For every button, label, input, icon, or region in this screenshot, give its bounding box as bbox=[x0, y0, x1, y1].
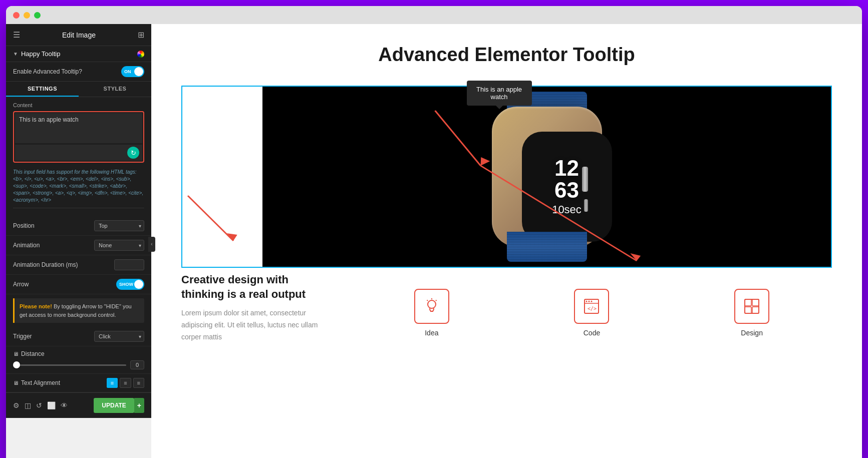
arrow-toggle-knob bbox=[134, 280, 143, 289]
eye-icon[interactable]: 👁 bbox=[61, 401, 68, 409]
icon-item-idea: Idea bbox=[414, 289, 449, 337]
hamburger-icon[interactable]: ☰ bbox=[13, 30, 20, 40]
arrow-row: Arrow SHOW bbox=[6, 275, 151, 294]
distance-row: 🖥 Distance bbox=[6, 346, 151, 374]
content-box: ↻ bbox=[13, 111, 144, 163]
minimize-button[interactable] bbox=[24, 12, 30, 19]
tab-styles[interactable]: STYLES bbox=[79, 82, 151, 97]
titlebar bbox=[6, 6, 862, 24]
demo-area: This is an apple watch bbox=[181, 86, 832, 268]
animation-field-row: Animation None Fade Slide Bounce bbox=[6, 236, 151, 255]
html-tags-note: This input field has support for the fol… bbox=[13, 167, 144, 208]
text-alignment-row: 🖥 Text Alignment ≡ ≡ ≡ bbox=[6, 374, 151, 392]
animation-duration-row: Animation Duration (ms) 1000 bbox=[6, 255, 151, 275]
text-alignment-text: Text Alignment bbox=[21, 379, 60, 386]
close-button[interactable] bbox=[13, 12, 20, 19]
animation-duration-input[interactable]: 1000 bbox=[114, 259, 144, 270]
bottom-paragraph: Lorem ipsum dolor sit amet, consectetur … bbox=[181, 307, 332, 343]
svg-text:</>: </> bbox=[588, 306, 597, 311]
enable-toggle[interactable]: ON bbox=[121, 66, 144, 77]
history-icon[interactable]: ↺ bbox=[36, 401, 42, 409]
svg-point-13 bbox=[586, 301, 588, 302]
trigger-row: Trigger Click Hover Focus bbox=[6, 327, 151, 346]
design-icon-frame bbox=[734, 289, 769, 324]
responsive-icon[interactable]: ⬜ bbox=[47, 401, 56, 409]
main-area: Advanced Elementor Tooltip This is an ap… bbox=[151, 24, 862, 458]
icons-row: Idea </> bbox=[352, 273, 832, 343]
position-select[interactable]: Top Bottom Left Right bbox=[94, 220, 144, 231]
tooltip-text: This is an apple watch bbox=[476, 86, 522, 101]
animation-select-wrapper: None Fade Slide Bounce bbox=[94, 240, 144, 251]
grid-icon[interactable]: ⊞ bbox=[138, 30, 144, 40]
animation-duration-label: Animation Duration (ms) bbox=[13, 261, 78, 268]
maximize-button[interactable] bbox=[34, 12, 41, 19]
svg-point-15 bbox=[591, 301, 593, 302]
image-left-whitespace bbox=[182, 87, 262, 267]
code-icon-frame: </> bbox=[574, 289, 609, 324]
happy-tooltip-section: ▼ Happy Tooltip bbox=[6, 46, 151, 62]
code-label: Code bbox=[584, 329, 600, 337]
image-container[interactable]: 12 63 10sec bbox=[181, 86, 832, 268]
distance-slider[interactable] bbox=[13, 364, 126, 366]
arrow-toggle[interactable]: SHOW bbox=[116, 279, 144, 290]
icon-item-design: Design bbox=[734, 289, 769, 337]
distance-value-input[interactable] bbox=[130, 360, 144, 369]
svg-rect-21 bbox=[752, 307, 759, 313]
idea-icon bbox=[423, 297, 441, 315]
bottom-heading: Creative design with thinking is a real … bbox=[181, 273, 332, 301]
content-section: Content ↻ This input field has support f… bbox=[6, 97, 151, 216]
svg-point-14 bbox=[589, 301, 590, 302]
position-field-row: Position Top Bottom Left Right bbox=[6, 216, 151, 236]
main-title: Advanced Elementor Tooltip bbox=[181, 44, 832, 66]
watch-time-sub: 10sec bbox=[552, 203, 582, 216]
footer-icons: ⚙ ◫ ↺ ⬜ 👁 bbox=[13, 401, 68, 409]
tooltip-bubble: This is an apple watch bbox=[467, 81, 532, 106]
trigger-label: Trigger bbox=[13, 333, 32, 340]
animation-select[interactable]: None Fade Slide Bounce bbox=[94, 240, 144, 251]
svg-rect-18 bbox=[745, 299, 751, 306]
content-label: Content bbox=[13, 102, 144, 108]
enable-row: Enable Advanced Tooltip? ON bbox=[6, 62, 151, 82]
watch-crown bbox=[582, 167, 588, 192]
panel-collapse-handle[interactable]: ‹ bbox=[148, 237, 155, 252]
content-textarea[interactable] bbox=[15, 113, 142, 143]
arrow-label: Arrow bbox=[13, 281, 29, 288]
idea-icon-frame bbox=[414, 289, 449, 324]
color-wheel-icon[interactable] bbox=[137, 51, 144, 58]
layers-icon[interactable]: ◫ bbox=[25, 401, 31, 409]
trigger-select[interactable]: Click Hover Focus bbox=[94, 331, 144, 342]
align-right-button[interactable]: ≡ bbox=[133, 378, 144, 388]
watch-screen: 12 63 10sec bbox=[522, 132, 612, 242]
distance-label: 🖥 Distance bbox=[13, 350, 45, 357]
update-button[interactable]: UPDATE bbox=[94, 398, 134, 413]
idea-label: Idea bbox=[425, 329, 438, 337]
design-label: Design bbox=[741, 329, 763, 337]
align-center-button[interactable]: ≡ bbox=[120, 378, 131, 388]
position-label: Position bbox=[13, 222, 35, 229]
tab-settings[interactable]: SETTINGS bbox=[6, 82, 79, 97]
toggle-on-text: ON bbox=[124, 69, 131, 74]
happy-tooltip-label[interactable]: ▼ Happy Tooltip bbox=[13, 50, 60, 58]
icon-item-code: </> Code bbox=[574, 289, 609, 337]
panel-header: ☰ Edit Image ⊞ bbox=[6, 24, 151, 46]
design-icon bbox=[743, 297, 761, 315]
watch-side-button bbox=[584, 199, 588, 212]
svg-line-9 bbox=[436, 300, 437, 301]
code-icon: </> bbox=[583, 297, 601, 315]
bottom-section: Creative design with thinking is a real … bbox=[181, 273, 832, 343]
update-plus-button[interactable]: + bbox=[134, 398, 144, 413]
monitor-icon-2: 🖥 bbox=[13, 380, 19, 386]
distance-label-row: 🖥 Distance bbox=[13, 350, 144, 357]
position-select-wrapper: Top Bottom Left Right bbox=[94, 220, 144, 231]
settings-icon[interactable]: ⚙ bbox=[13, 401, 20, 409]
refresh-button[interactable]: ↻ bbox=[127, 147, 139, 159]
toggle-knob bbox=[134, 67, 143, 76]
settings-tabs: SETTINGS STYLES bbox=[6, 82, 151, 97]
align-buttons: ≡ ≡ ≡ bbox=[107, 378, 144, 388]
panel-footer: ⚙ ◫ ↺ ⬜ 👁 UPDATE + bbox=[6, 392, 151, 418]
monitor-icon: 🖥 bbox=[13, 351, 19, 357]
align-left-button[interactable]: ≡ bbox=[107, 378, 118, 388]
svg-rect-20 bbox=[745, 307, 751, 313]
distance-label-text: Distance bbox=[21, 350, 45, 357]
svg-point-6 bbox=[428, 300, 436, 308]
